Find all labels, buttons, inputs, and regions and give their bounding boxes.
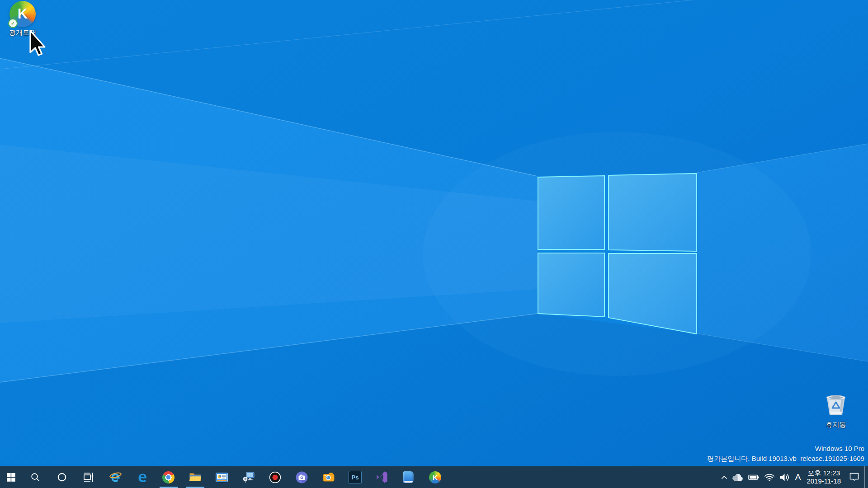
taskbar-edge-button[interactable] [128,466,155,488]
clock-time: 오후 12:23 [807,469,840,477]
camera-icon [296,471,308,483]
k-game-icon-letter: K [18,6,28,22]
recycle-bin[interactable]: 휴지통 [820,392,852,429]
watermark-edition: Windows 10 Pro [707,444,864,454]
mouse-cursor-icon [29,30,57,58]
chevron-up-icon [721,475,727,479]
remote-desktop-icon [242,471,255,483]
taskbar-internet-explorer-button[interactable] [102,466,128,488]
checkmark-badge-icon: ✓ [8,19,18,28]
show-desktop-button[interactable] [864,466,868,488]
speaker-icon [779,473,790,482]
windows-watermark: Windows 10 Pro 평가본입니다. Build 19013.vb_re… [707,444,864,464]
watermark-build: 평가본입니다. Build 19013.vb_release.191025-16… [707,454,864,464]
taskbar-photoshop-button[interactable]: Ps [342,466,368,488]
taskbar-k-game-button[interactable]: K [422,466,448,488]
control-panel-icon [216,473,228,482]
windows-light-wallpaper [0,0,868,488]
windows-logo [538,174,697,334]
system-tray: A 오후 12:23 2019-11-18 [719,466,868,488]
taskbar-remote-desktop-button[interactable] [235,466,262,488]
taskbar-screen-capture-button[interactable] [315,466,342,488]
visual-studio-icon [376,471,388,483]
taskbar-screen-recorder-button[interactable] [262,466,288,488]
windows-logo-icon [7,473,15,482]
taskbar-file-explorer-button[interactable] [182,466,208,488]
cortana-ring-icon [57,472,67,483]
photoshop-icon: Ps [349,471,362,484]
tray-battery[interactable] [746,466,762,488]
tray-wifi[interactable] [762,466,777,488]
start-button[interactable] [0,466,22,488]
tray-onedrive[interactable] [730,466,746,488]
taskbar-visual-studio-button[interactable] [368,466,395,488]
taskbar-task-view-button[interactable] [75,466,102,488]
desktop[interactable]: K ✓ 광개토태 휴지통 Windows 10 Pro 평가본입니다. Buil… [0,0,868,488]
taskbar: Ps K [0,466,868,488]
battery-icon [748,474,760,481]
capture-camera-icon [322,471,335,483]
recycle-bin-label: 휴지통 [820,421,852,429]
file-explorer-icon [189,472,202,483]
tray-ime-indicator[interactable]: A [793,466,804,488]
taskbar-cortana-button[interactable] [48,466,75,488]
taskbar-chrome-button[interactable] [155,466,182,488]
task-view-icon [83,471,94,483]
k-game-icon[interactable]: K ✓ [9,1,36,27]
tray-clock[interactable]: 오후 12:23 2019-11-18 [803,466,844,488]
tray-action-center[interactable] [844,466,864,488]
chrome-icon [162,471,175,483]
recycle-bin-icon[interactable] [823,392,849,418]
k-game-icon: K [429,471,441,483]
taskbar-notebook-app-button[interactable] [395,466,422,488]
wifi-icon [764,473,775,481]
tray-volume[interactable] [777,466,793,488]
record-icon [269,471,281,483]
tray-show-hidden-icons[interactable] [719,466,730,488]
clock-date: 2019-11-18 [807,477,841,485]
search-icon [30,472,40,482]
blue-book-icon [403,471,414,483]
onedrive-cloud-icon [732,474,744,481]
edge-icon [136,471,148,483]
taskbar-control-panel-button[interactable] [208,466,235,488]
taskbar-search-button[interactable] [22,466,48,488]
internet-explorer-icon [108,471,122,484]
taskbar-camera-app-button[interactable] [288,466,315,488]
action-center-icon [849,472,859,482]
